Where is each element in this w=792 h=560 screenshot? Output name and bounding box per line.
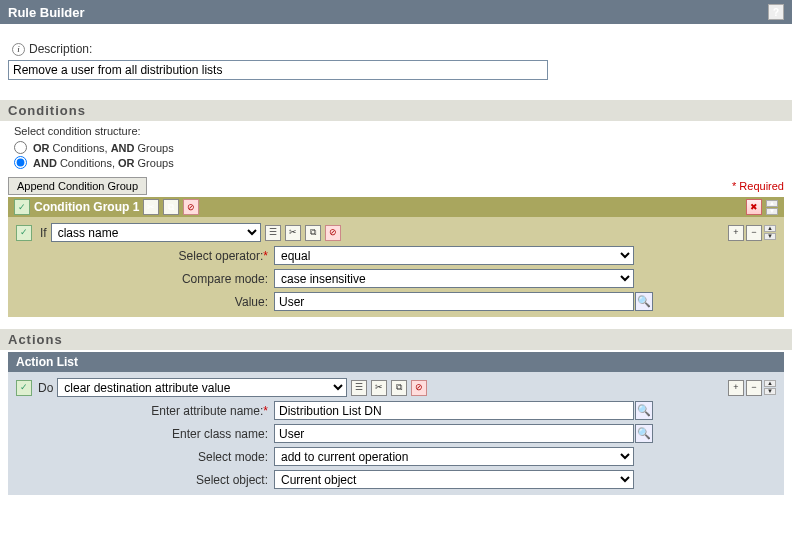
radio-and[interactable] [14,156,27,169]
description-label: Description: [29,42,92,56]
actions-header: Actions [0,329,792,350]
operator-row: Select operator:* equal [16,244,776,267]
operator-label: Select operator:* [16,249,274,263]
value-input[interactable] [274,292,634,311]
description-label-row: i Description: [12,42,784,56]
conditions-toolbar: Append Condition Group * Required [0,177,792,195]
description-panel: i Description: [0,24,792,88]
structure-label: Select condition structure: [14,125,792,137]
action-reorder[interactable]: ▲▼ [764,380,776,396]
condition-group-title: Condition Group 1 [34,200,139,214]
edit-condition-icon[interactable]: ☰ [265,225,281,241]
title-bar: Rule Builder ? [0,0,792,24]
conditions-header: Conditions [0,100,792,121]
action-list-body: ✓ Do clear destination attribute value ☰… [8,372,784,495]
copy-action-icon[interactable]: ⧉ [391,380,407,396]
description-input[interactable] [8,60,548,80]
class-name-select[interactable]: class name [51,223,261,242]
copy-icon[interactable]: ⧉ [163,199,179,215]
delete-group-icon[interactable]: ✖ [746,199,762,215]
mode-select[interactable]: add to current operation [274,447,634,466]
radio-and-label: AND Conditions, OR Groups [33,157,174,169]
radio-or-row[interactable]: OR Conditions, AND Groups [14,141,792,154]
action-select[interactable]: clear destination attribute value [57,378,347,397]
remove-action-icon[interactable]: − [746,380,762,396]
add-action-icon[interactable]: + [728,380,744,396]
radio-and-row[interactable]: AND Conditions, OR Groups [14,156,792,169]
remove-condition-icon[interactable]: − [746,225,762,241]
paste-condition-icon[interactable]: ⊘ [325,225,341,241]
compare-row: Compare mode: case insensitive [16,267,776,290]
page-title: Rule Builder [8,5,85,20]
action-list-title: Action List [8,352,784,372]
info-icon: i [12,43,25,56]
radio-or[interactable] [14,141,27,154]
value-label: Value: [16,295,274,309]
add-condition-icon[interactable]: + [728,225,744,241]
class-browse-icon[interactable]: 🔍 [635,424,653,443]
class-name-input[interactable] [274,424,634,443]
help-icon[interactable]: ? [768,4,784,20]
group-reorder[interactable]: ▲▼ [766,200,778,215]
action-row: ✓ Do clear destination attribute value ☰… [16,376,776,399]
object-select[interactable]: Current object [274,470,634,489]
attr-name-label: Enter attribute name:* [16,404,274,418]
object-label: Select object: [16,473,274,487]
radio-or-label: OR Conditions, AND Groups [33,142,174,154]
action-validate-icon[interactable]: ✓ [16,380,32,396]
copy-condition-icon[interactable]: ⧉ [305,225,321,241]
required-label: * Required [732,180,784,192]
class-name-row: Enter class name: 🔍 [16,422,776,445]
do-label: Do [38,381,53,395]
cut-action-icon[interactable]: ✂ [371,380,387,396]
attribute-browse-icon[interactable]: 🔍 [635,401,653,420]
object-row: Select object: Current object [16,468,776,491]
validate-icon[interactable]: ✓ [14,199,30,215]
cut-icon[interactable]: ✂ [143,199,159,215]
attribute-name-input[interactable] [274,401,634,420]
condition-group-body: ✓ If class name ☰ ✂ ⧉ ⊘ + − ▲▼ Select op… [8,217,784,317]
compare-mode-select[interactable]: case insensitive [274,269,634,288]
class-name-label: Enter class name: [16,427,274,441]
attr-name-row: Enter attribute name:* 🔍 [16,399,776,422]
value-row: Value: 🔍 [16,290,776,313]
condition-reorder[interactable]: ▲▼ [764,225,776,241]
mode-row: Select mode: add to current operation [16,445,776,468]
condition-group-header: ✓ Condition Group 1 ✂ ⧉ ⊘ ✖ ▲▼ [8,197,784,217]
condition-row: ✓ If class name ☰ ✂ ⧉ ⊘ + − ▲▼ [16,221,776,244]
mode-label: Select mode: [16,450,274,464]
edit-action-icon[interactable]: ☰ [351,380,367,396]
append-condition-group-button[interactable]: Append Condition Group [8,177,147,195]
row-validate-icon[interactable]: ✓ [16,225,32,241]
paste-icon[interactable]: ⊘ [183,199,199,215]
if-label: If [40,226,47,240]
operator-select[interactable]: equal [274,246,634,265]
compare-label: Compare mode: [16,272,274,286]
paste-action-icon[interactable]: ⊘ [411,380,427,396]
value-browse-icon[interactable]: 🔍 [635,292,653,311]
cut-condition-icon[interactable]: ✂ [285,225,301,241]
